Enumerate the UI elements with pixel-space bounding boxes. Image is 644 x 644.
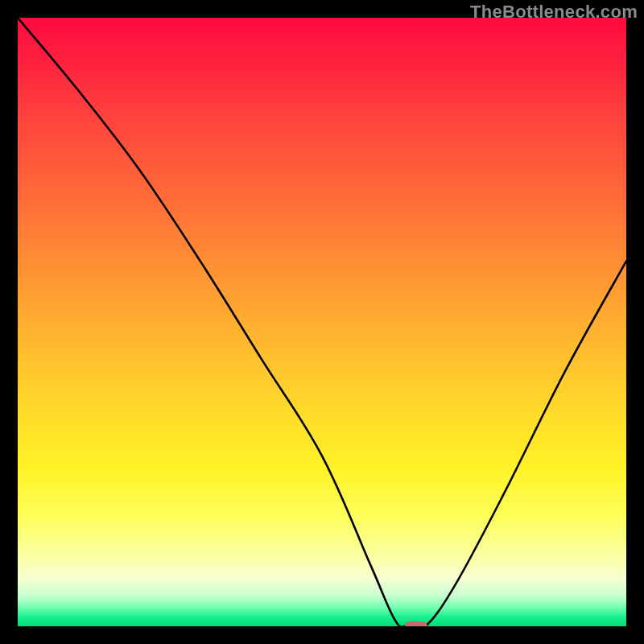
chart-frame: TheBottleneck.com bbox=[0, 0, 644, 644]
optimal-marker bbox=[405, 621, 427, 626]
plot-area bbox=[18, 18, 626, 626]
watermark-text: TheBottleneck.com bbox=[470, 2, 638, 23]
bottleneck-curve bbox=[18, 18, 626, 626]
bottleneck-curve-path bbox=[18, 18, 626, 626]
